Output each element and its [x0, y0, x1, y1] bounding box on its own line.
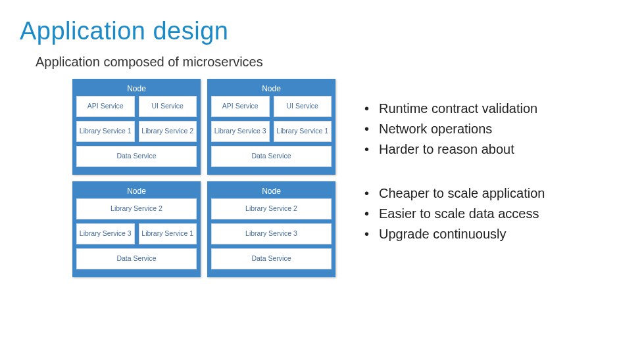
service-box: Data Service: [211, 146, 332, 167]
service-box: Data Service: [211, 248, 332, 269]
service-box: UI Service: [274, 96, 332, 117]
node-panel: Node API Service UI Service Library Serv…: [72, 79, 201, 175]
content-area: Node API Service UI Service Library Serv…: [72, 79, 624, 277]
node-row: Data Service: [211, 248, 332, 269]
node-row: Library Service 3: [211, 223, 332, 244]
service-box: Library Service 3: [211, 121, 270, 142]
node-title: Node: [76, 185, 197, 198]
node-row: Library Service 2: [211, 198, 332, 219]
microservices-diagram: Node API Service UI Service Library Serv…: [72, 79, 335, 277]
service-box: Library Service 1: [274, 121, 332, 142]
service-box: Data Service: [76, 146, 197, 167]
node-row: Data Service: [211, 146, 332, 167]
service-box: Library Service 3: [76, 223, 135, 244]
service-box: Library Service 2: [76, 198, 197, 219]
node-panel: Node Library Service 2 Library Service 3…: [207, 181, 335, 277]
bullet-item: Runtime contract validation: [364, 99, 545, 119]
service-box: Library Service 1: [139, 223, 197, 244]
node-row: Data Service: [76, 146, 197, 167]
node-panel: Node Library Service 2 Library Service 3…: [72, 181, 201, 277]
bullet-group: Runtime contract validation Network oper…: [364, 99, 545, 160]
service-box: Library Service 2: [139, 121, 197, 142]
service-box: API Service: [76, 96, 135, 117]
node-row: Library Service 2: [76, 198, 197, 219]
node-row: API Service UI Service: [211, 96, 332, 117]
slide-title: Application design: [20, 17, 624, 45]
node-panel: Node API Service UI Service Library Serv…: [207, 79, 335, 175]
node-title: Node: [211, 185, 332, 198]
bullet-item: Network operations: [364, 119, 545, 139]
service-box: API Service: [211, 96, 270, 117]
service-box: Library Service 2: [211, 198, 332, 219]
slide-subtitle: Application composed of microservices: [36, 55, 624, 70]
node-title: Node: [211, 83, 332, 96]
bullet-item: Harder to reason about: [364, 139, 545, 160]
node-row: Library Service 3 Library Service 1: [211, 121, 332, 142]
bullet-item: Easier to scale data access: [364, 204, 545, 224]
bullet-area: Runtime contract validation Network oper…: [364, 79, 545, 268]
node-row: Library Service 1 Library Service 2: [76, 121, 197, 142]
bullet-group: Cheaper to scale application Easier to s…: [364, 183, 545, 244]
node-row: API Service UI Service: [76, 96, 197, 117]
node-title: Node: [76, 83, 197, 96]
bullet-item: Upgrade continuously: [364, 224, 545, 244]
service-box: UI Service: [139, 96, 197, 117]
node-row: Data Service: [76, 248, 197, 269]
service-box: Library Service 3: [211, 223, 332, 244]
service-box: Library Service 1: [76, 121, 135, 142]
service-box: Data Service: [76, 248, 197, 269]
bullet-item: Cheaper to scale application: [364, 183, 545, 204]
node-row: Library Service 3 Library Service 1: [76, 223, 197, 244]
